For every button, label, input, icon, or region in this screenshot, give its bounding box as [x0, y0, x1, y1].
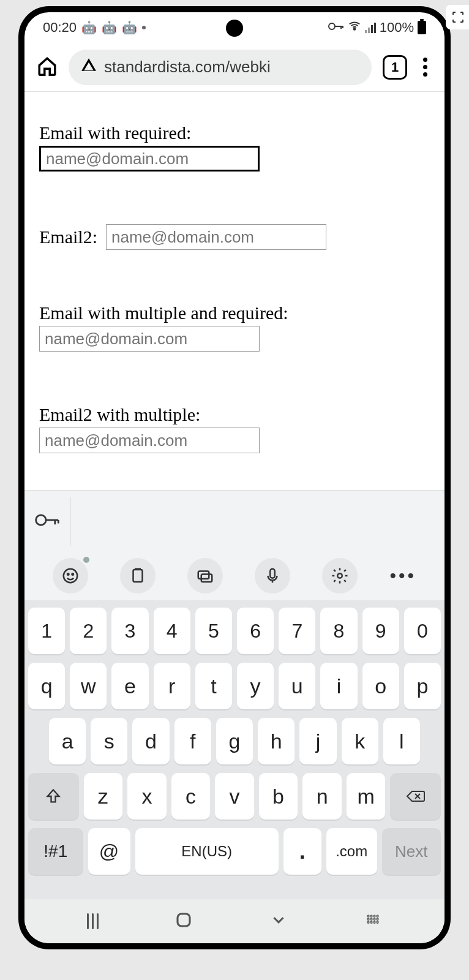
- nav-keyboard-hide-icon[interactable]: [364, 911, 382, 932]
- svg-rect-8: [133, 570, 143, 582]
- input-email-multiple-required[interactable]: [39, 326, 260, 352]
- key-m[interactable]: m: [347, 773, 386, 820]
- svg-point-24: [374, 922, 375, 922]
- url-bar[interactable]: standardista.com/webki: [69, 50, 372, 85]
- key-0[interactable]: 0: [404, 608, 441, 654]
- svg-rect-13: [178, 914, 190, 926]
- svg-point-14: [368, 916, 369, 916]
- svg-point-4: [36, 514, 47, 525]
- key-space[interactable]: EN(US): [135, 828, 279, 875]
- keyboard-toolbar: •••: [24, 551, 445, 600]
- label-email2-multiple: Email2 with multiple:: [39, 404, 430, 425]
- key-3[interactable]: 3: [111, 608, 148, 654]
- key-k[interactable]: k: [342, 718, 378, 764]
- key-l[interactable]: l: [383, 718, 420, 764]
- svg-point-6: [67, 573, 69, 575]
- key-x[interactable]: x: [127, 773, 167, 820]
- keyboard-switch-icon[interactable]: [187, 558, 223, 594]
- label-email2: Email2:: [39, 227, 97, 247]
- keyboard: 1 2 3 4 5 6 7 8 9 0 q w e r t y u i o: [24, 600, 445, 899]
- svg-point-15: [371, 916, 372, 916]
- key-j[interactable]: j: [299, 718, 336, 764]
- key-shift[interactable]: [28, 773, 79, 820]
- camera-punch: [226, 20, 243, 37]
- key-8[interactable]: 8: [320, 608, 357, 654]
- key-r[interactable]: r: [154, 663, 190, 709]
- key-1[interactable]: 1: [28, 608, 65, 654]
- nav-back-icon[interactable]: [269, 911, 288, 932]
- key-p[interactable]: p: [404, 663, 441, 709]
- phone-frame: 00:20 🤖 🤖 🤖 100%: [18, 6, 451, 949]
- key-s[interactable]: s: [91, 718, 127, 764]
- input-email2[interactable]: [106, 224, 326, 250]
- svg-point-0: [329, 23, 335, 29]
- key-n[interactable]: n: [302, 773, 342, 820]
- keyboard-row-bottom: !#1 @ EN(US) . .com Next: [28, 828, 441, 875]
- clipboard-icon[interactable]: [120, 558, 156, 594]
- svg-point-12: [338, 573, 343, 578]
- key-z[interactable]: z: [84, 773, 123, 820]
- battery-icon: [418, 21, 426, 34]
- wifi-icon: [348, 19, 361, 36]
- key-b[interactable]: b: [259, 773, 298, 820]
- keyboard-more-icon[interactable]: •••: [389, 565, 416, 586]
- svg-point-5: [64, 569, 78, 583]
- status-time: 00:20: [43, 20, 77, 36]
- status-more-dot: [142, 26, 146, 29]
- key-f[interactable]: f: [174, 718, 211, 764]
- label-email-multiple-required: Email with multiple and required:: [39, 303, 430, 323]
- key-u[interactable]: u: [279, 663, 315, 709]
- svg-point-25: [377, 922, 378, 922]
- home-icon[interactable]: [37, 56, 58, 79]
- svg-point-1: [353, 28, 355, 30]
- svg-point-23: [371, 922, 372, 922]
- keyboard-row-q: q w e r t y u i o p: [28, 663, 441, 709]
- key-h[interactable]: h: [258, 718, 295, 764]
- key-9[interactable]: 9: [362, 608, 399, 654]
- key-v[interactable]: v: [215, 773, 254, 820]
- key-dotcom[interactable]: .com: [326, 828, 377, 875]
- key-w[interactable]: w: [70, 663, 107, 709]
- key-period[interactable]: .: [283, 828, 321, 875]
- key-t[interactable]: t: [195, 663, 232, 709]
- key-e[interactable]: e: [111, 663, 148, 709]
- svg-point-20: [374, 919, 375, 919]
- key-c[interactable]: c: [171, 773, 211, 820]
- settings-gear-icon[interactable]: [322, 558, 358, 594]
- nav-home-icon[interactable]: [174, 911, 193, 932]
- nav-bar: [24, 899, 445, 943]
- key-next[interactable]: Next: [382, 828, 441, 875]
- password-key-icon[interactable]: [33, 507, 60, 536]
- key-2[interactable]: 2: [70, 608, 107, 654]
- key-i[interactable]: i: [320, 663, 357, 709]
- key-backspace[interactable]: [390, 773, 441, 820]
- svg-point-19: [371, 919, 372, 919]
- url-text: standardista.com/webki: [104, 58, 271, 77]
- svg-point-7: [72, 573, 74, 575]
- key-d[interactable]: d: [132, 718, 169, 764]
- autofill-strip: [24, 490, 445, 551]
- keyboard-row-z: z x c v b n m: [28, 773, 441, 820]
- key-q[interactable]: q: [28, 663, 65, 709]
- input-email2-multiple[interactable]: [39, 428, 260, 453]
- svg-point-21: [377, 919, 378, 919]
- key-at[interactable]: @: [88, 828, 130, 875]
- key-6[interactable]: 6: [237, 608, 274, 654]
- browser-menu-icon[interactable]: [418, 58, 432, 77]
- tab-switcher[interactable]: 1: [383, 55, 407, 80]
- input-email-required[interactable]: [39, 146, 260, 172]
- key-a[interactable]: a: [49, 718, 86, 764]
- key-5[interactable]: 5: [195, 608, 232, 654]
- nav-recents-icon[interactable]: [87, 913, 99, 929]
- key-y[interactable]: y: [237, 663, 274, 709]
- key-7[interactable]: 7: [279, 608, 315, 654]
- key-4[interactable]: 4: [154, 608, 190, 654]
- screen: 00:20 🤖 🤖 🤖 100%: [24, 12, 445, 943]
- vpn-key-icon: [328, 20, 344, 36]
- mic-icon[interactable]: [255, 558, 290, 594]
- key-o[interactable]: o: [362, 663, 399, 709]
- emoji-icon[interactable]: [53, 558, 88, 594]
- svg-point-16: [374, 916, 375, 916]
- key-g[interactable]: g: [216, 718, 253, 764]
- key-symbols[interactable]: !#1: [28, 828, 83, 875]
